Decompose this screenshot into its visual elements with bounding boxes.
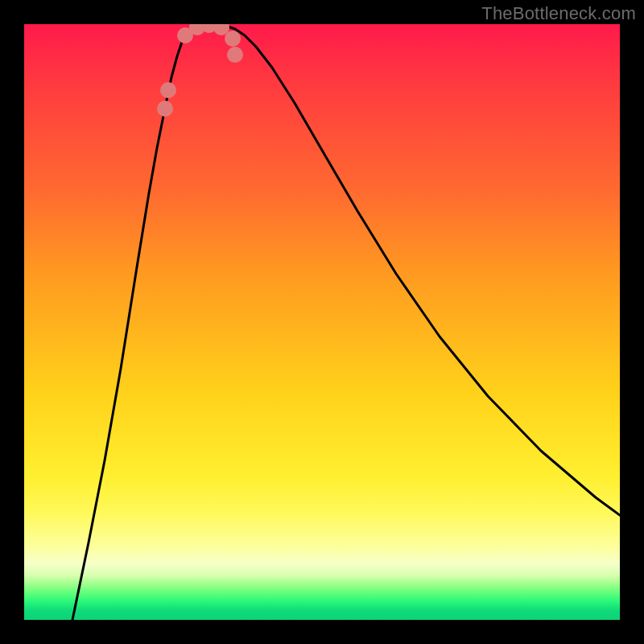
plot-area: [24, 24, 620, 620]
curve-layer: [24, 24, 620, 620]
hotspot-marker: [160, 82, 176, 98]
hotspot-marker: [227, 47, 243, 63]
hotspot-markers: [157, 24, 243, 117]
bottleneck-curve: [72, 24, 620, 620]
watermark-text: TheBottleneck.com: [481, 3, 636, 24]
chart-frame: TheBottleneck.com: [0, 0, 644, 644]
hotspot-marker: [157, 101, 173, 117]
hotspot-marker: [225, 31, 241, 47]
